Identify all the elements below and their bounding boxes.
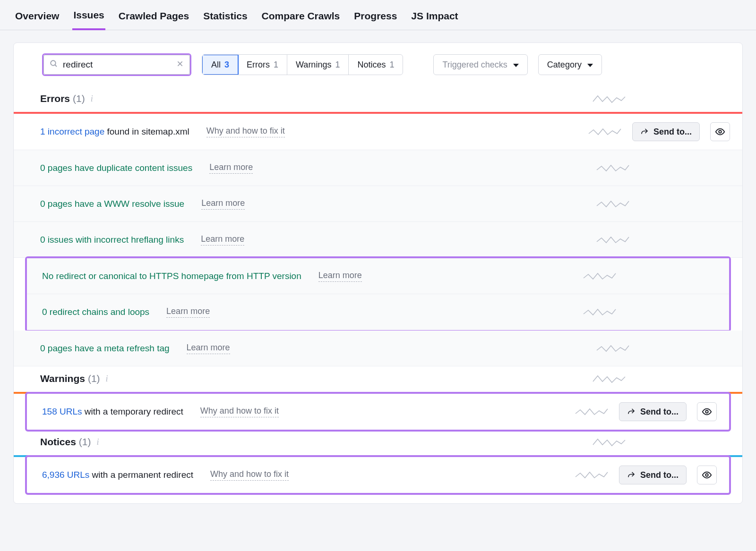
- tab-progress[interactable]: Progress: [353, 10, 398, 29]
- send-to-button[interactable]: Send to...: [632, 122, 700, 141]
- send-to-button[interactable]: Send to...: [619, 466, 687, 484]
- section-header-errors: Errors (1) i: [14, 86, 742, 114]
- search-highlight: [42, 53, 191, 76]
- issue-link[interactable]: 0 pages: [40, 163, 72, 173]
- issue-link[interactable]: 0 pages: [40, 343, 72, 353]
- issue-text: 0 pages have a WWW resolve issue: [40, 199, 184, 209]
- why-fix-link[interactable]: Why and how to fix it: [206, 126, 285, 137]
- dropdown-label: Category: [547, 60, 582, 70]
- issue-row: No redirect or canonical to HTTPS homepa…: [27, 258, 729, 294]
- filter-all[interactable]: All 3: [202, 54, 239, 75]
- issue-rest: with a temporary redirect: [82, 407, 183, 416]
- issue-text: 6,936 URLs with a permanent redirect: [42, 470, 193, 480]
- sparkline-icon: [596, 162, 630, 174]
- tab-issues[interactable]: Issues: [72, 9, 105, 30]
- redirect-highlight-group: No redirect or canonical to HTTPS homepa…: [25, 256, 731, 332]
- filter-errors[interactable]: Errors 1: [238, 55, 287, 75]
- filter-count: 1: [274, 60, 278, 70]
- issue-text: 0 pages have duplicate content issues: [40, 163, 192, 173]
- issue-rest: found in sitemap.xml: [104, 127, 189, 136]
- issue-link[interactable]: 6,936 URLs: [42, 470, 89, 480]
- share-arrow-icon: [627, 471, 636, 479]
- sparkline-icon: [583, 306, 617, 318]
- search-box[interactable]: [43, 55, 190, 75]
- clear-icon[interactable]: [176, 60, 184, 70]
- issue-text: 1 incorrect page found in sitemap.xml: [40, 127, 189, 137]
- info-icon[interactable]: i: [97, 437, 99, 447]
- filter-label: Errors: [247, 60, 270, 70]
- learn-more-link[interactable]: Learn more: [209, 162, 253, 174]
- issue-row: 0 redirect chains and loops Learn more: [27, 294, 729, 330]
- issue-link[interactable]: 158 URLs: [42, 407, 82, 416]
- eye-icon: [715, 127, 725, 137]
- sparkline-icon: [575, 406, 609, 417]
- issue-rest: with a permanent redirect: [89, 470, 193, 480]
- section-header-notices: Notices (1) i: [14, 430, 742, 457]
- search-input[interactable]: [63, 59, 176, 70]
- section-header-warnings: Warnings (1) i: [14, 366, 742, 394]
- sparkline-icon: [592, 436, 626, 448]
- button-label: Send to...: [640, 470, 679, 480]
- chevron-down-icon: [587, 64, 593, 67]
- issue-text: No redirect or canonical to HTTPS homepa…: [42, 271, 301, 281]
- issue-row: 6,936 URLs with a permanent redirect Why…: [27, 457, 729, 493]
- issue-link[interactable]: 0 issues: [40, 235, 73, 245]
- view-button[interactable]: [697, 466, 717, 484]
- tab-overview[interactable]: Overview: [14, 10, 60, 29]
- svg-line-1: [55, 65, 57, 67]
- issue-row: 158 URLs with a temporary redirect Why a…: [27, 394, 729, 430]
- learn-more-link[interactable]: Learn more: [318, 271, 362, 282]
- issue-rest: have a meta refresh tag: [72, 343, 170, 353]
- section-title: Warnings: [40, 373, 85, 384]
- issue-link[interactable]: 0 redirect chains and loops: [42, 307, 149, 317]
- share-arrow-icon: [640, 127, 649, 136]
- issue-link[interactable]: 1 incorrect page: [40, 127, 104, 136]
- issue-rest: have duplicate content issues: [72, 163, 193, 173]
- sparkline-icon: [596, 198, 630, 210]
- why-fix-link[interactable]: Why and how to fix it: [210, 469, 289, 481]
- issue-row: 0 issues with incorrect hreflang links L…: [14, 222, 742, 258]
- triggered-checks-dropdown[interactable]: Triggered checks: [433, 54, 527, 75]
- svg-point-5: [705, 410, 708, 413]
- category-dropdown[interactable]: Category: [538, 54, 602, 75]
- filter-warnings[interactable]: Warnings 1: [287, 55, 349, 75]
- notice-highlight: 6,936 URLs with a permanent redirect Why…: [25, 455, 731, 495]
- top-tabs: Overview Issues Crawled Pages Statistics…: [0, 0, 756, 30]
- tab-js-impact[interactable]: JS Impact: [410, 10, 459, 29]
- sparkline-icon: [592, 93, 626, 104]
- send-to-button[interactable]: Send to...: [619, 402, 687, 421]
- sparkline-icon: [596, 343, 630, 354]
- issue-text: 158 URLs with a temporary redirect: [42, 407, 183, 417]
- issue-link[interactable]: No redirect or canonical to HTTPS homepa…: [42, 271, 301, 281]
- why-fix-link[interactable]: Why and how to fix it: [200, 406, 279, 417]
- eye-icon: [702, 407, 712, 417]
- learn-more-link[interactable]: Learn more: [201, 234, 244, 246]
- issue-text: 0 redirect chains and loops: [42, 307, 149, 317]
- button-label: Send to...: [640, 407, 679, 417]
- learn-more-link[interactable]: Learn more: [187, 343, 230, 354]
- info-icon[interactable]: i: [91, 94, 93, 104]
- svg-point-6: [705, 474, 708, 476]
- learn-more-link[interactable]: Learn more: [201, 198, 245, 210]
- issue-link[interactable]: 0 pages: [40, 199, 72, 209]
- sparkline-icon: [583, 271, 617, 282]
- filter-count: 1: [335, 60, 340, 70]
- sparkline-icon: [596, 234, 630, 246]
- info-icon[interactable]: i: [106, 374, 108, 384]
- issue-rest: with incorrect hreflang links: [73, 235, 184, 245]
- tab-compare-crawls[interactable]: Compare Crawls: [261, 10, 341, 29]
- filter-notices[interactable]: Notices 1: [349, 55, 403, 75]
- filter-segment: All 3 Errors 1 Warnings 1 Notices 1: [202, 54, 403, 75]
- svg-point-4: [719, 130, 722, 133]
- view-button[interactable]: [710, 122, 730, 141]
- tab-crawled-pages[interactable]: Crawled Pages: [118, 10, 190, 29]
- view-button[interactable]: [697, 402, 717, 421]
- tab-statistics[interactable]: Statistics: [202, 10, 248, 29]
- section-title: Notices: [40, 436, 76, 448]
- section-title: Errors: [40, 93, 70, 104]
- filter-label: Warnings: [296, 60, 331, 70]
- chevron-down-icon: [513, 64, 519, 67]
- filter-count: 1: [389, 60, 394, 70]
- issue-row: 0 pages have a meta refresh tag Learn mo…: [14, 331, 742, 366]
- learn-more-link[interactable]: Learn more: [166, 306, 210, 318]
